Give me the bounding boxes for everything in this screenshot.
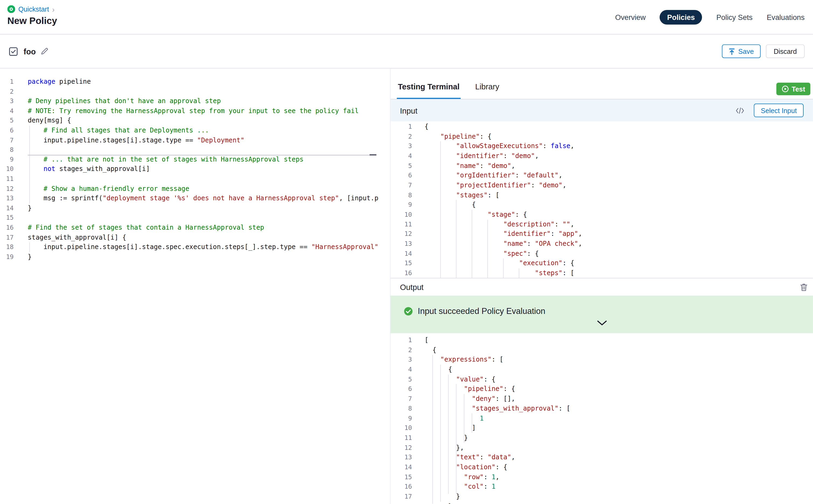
code-line-text: { (412, 345, 437, 355)
code-line[interactable]: 12 "identifier": "app", (390, 229, 813, 239)
code-line-text: }, (412, 443, 464, 453)
chevron-down-icon[interactable] (597, 320, 607, 326)
code-line[interactable]: 2 (0, 87, 390, 96)
code-line[interactable]: 16# Find the set of stages that contain … (0, 223, 390, 233)
breadcrumb-quickstart-link[interactable]: Quickstart (18, 5, 49, 13)
code-line[interactable]: 15 (0, 213, 390, 223)
code-line-text: # ... that are not in the set of stages … (14, 155, 303, 165)
code-line[interactable]: 9 # ... that are not in the set of stage… (0, 155, 390, 165)
code-line[interactable]: 17 } (390, 492, 813, 502)
code-line[interactable]: 18 input.pipeline.stages[i].stage.spec.e… (0, 242, 390, 252)
nav-item-policies[interactable]: Policies (660, 10, 702, 25)
code-line[interactable]: 2 "pipeline": { (390, 132, 813, 141)
code-line[interactable]: 17stages_with_approval[i] { (0, 233, 390, 242)
input-json-editor[interactable]: 1{2 "pipeline": {3 "allowStageExecutions… (390, 121, 813, 278)
trash-icon[interactable] (800, 283, 808, 291)
code-line-text: "steps": [ (412, 268, 574, 278)
policy-name: foo (23, 47, 36, 56)
code-line-text: "pipeline": { (412, 132, 491, 141)
code-line[interactable]: 14} (0, 203, 390, 213)
code-line[interactable]: 15 "execution": { (390, 259, 813, 268)
code-brackets-icon[interactable] (736, 107, 745, 114)
code-line[interactable]: 6 "pipeline": { (390, 384, 813, 394)
code-line[interactable]: 4# NOTE: Try removing the HarnessApprova… (0, 106, 390, 116)
select-input-button[interactable]: Select Input (754, 104, 804, 117)
save-button[interactable]: Save (722, 44, 760, 58)
line-number: 1 (390, 335, 412, 345)
discard-button[interactable]: Discard (766, 44, 805, 58)
policy-code[interactable]: 1package pipeline23# Deny pipelines that… (0, 69, 390, 262)
code-line[interactable]: 1package pipeline (0, 77, 390, 87)
play-circle-icon (782, 85, 789, 93)
code-line[interactable]: 6 # Find all stages that are Deployments… (0, 125, 390, 135)
code-line[interactable]: 15 "row": 1, (390, 472, 813, 482)
code-line[interactable]: 14 "location": { (390, 463, 813, 472)
code-line[interactable]: 5 "value": { (390, 375, 813, 384)
code-line-text: { (412, 122, 428, 132)
output-json-viewer[interactable]: 1[2 {3 "expressions": [4 {5 "value": {6 … (390, 333, 813, 504)
code-line-text: "location": { (412, 463, 507, 472)
code-line[interactable]: 10 not stages_with_approval[i] (0, 165, 390, 174)
code-line[interactable]: 6 "orgIdentifier": "default", (390, 171, 813, 180)
code-line[interactable]: 13 msg := sprintf("deployment stage '%s'… (0, 194, 390, 203)
code-line[interactable]: 5deny[msg] { (0, 116, 390, 125)
code-line[interactable]: 12 }, (390, 443, 813, 453)
code-line-text: "deny": [], (412, 394, 515, 404)
code-line[interactable]: 3 "allowStageExecutions": false, (390, 141, 813, 151)
code-line[interactable]: 7 "deny": [], (390, 394, 813, 404)
code-line[interactable]: 13 "text": "data", (390, 453, 813, 462)
code-line[interactable]: 4 "identifier": "demo", (390, 151, 813, 161)
line-number: 16 (390, 482, 412, 492)
code-line[interactable]: 13 "name": "OPA check", (390, 239, 813, 249)
code-line[interactable]: 12 # Show a human-friendly error message (0, 184, 390, 194)
tab-library[interactable]: Library (474, 82, 500, 99)
code-line[interactable]: 11 "description": "", (390, 220, 813, 229)
line-number: 13 (0, 194, 14, 203)
code-line[interactable]: 8 "stages_with_approval": [ (390, 404, 813, 414)
fold-region-handle[interactable] (369, 154, 376, 155)
code-line[interactable]: 7 "projectIdentifier": "demo", (390, 180, 813, 190)
nav-item-policy-sets[interactable]: Policy Sets (716, 13, 753, 22)
code-line-text: "stage": { (412, 210, 527, 219)
banner-message: Input succeeded Policy Evaluation (418, 307, 546, 316)
code-line[interactable]: 19} (0, 252, 390, 262)
code-line[interactable]: 1{ (390, 122, 813, 132)
code-line[interactable]: 1[ (390, 335, 813, 345)
code-line[interactable]: 11 } (390, 433, 813, 443)
input-label: Input (400, 106, 418, 115)
code-line[interactable]: 11 (0, 174, 390, 184)
code-line-text: { (412, 200, 476, 210)
code-line[interactable]: 5 "name": "demo", (390, 161, 813, 171)
tab-testing-terminal[interactable]: Testing Terminal (397, 82, 461, 99)
code-line[interactable]: 4 { (390, 365, 813, 375)
code-line-text: "identifier": "demo", (412, 151, 539, 161)
code-line[interactable]: 2 { (390, 345, 813, 355)
code-line[interactable]: 16 "col": 1 (390, 482, 813, 492)
breadcrumb: Quickstart › (7, 5, 57, 13)
code-line[interactable]: 10 "stage": { (390, 210, 813, 219)
code-line-text: "projectIdentifier": "demo", (412, 180, 566, 190)
code-line[interactable]: 3 "expressions": [ (390, 355, 813, 365)
policy-code-editor[interactable]: 1package pipeline23# Deny pipelines that… (0, 69, 390, 504)
code-line[interactable]: 16 "steps": [ (390, 268, 813, 278)
edit-pencil-icon[interactable] (41, 48, 48, 55)
input-json-code[interactable]: 1{2 "pipeline": {3 "allowStageExecutions… (390, 122, 813, 278)
harness-logo-icon[interactable] (7, 5, 15, 13)
code-line[interactable]: 18 } (390, 502, 813, 504)
code-line[interactable]: 8 (0, 145, 390, 155)
line-number: 18 (390, 502, 412, 504)
code-line-text: "identifier": "app", (412, 229, 582, 239)
code-line[interactable]: 9 1 (390, 414, 813, 423)
nav-item-overview[interactable]: Overview (615, 13, 646, 22)
nav-item-evaluations[interactable]: Evaluations (767, 13, 805, 22)
code-line[interactable]: 3# Deny pipelines that don't have an app… (0, 96, 390, 106)
test-button[interactable]: Test (776, 83, 810, 95)
code-line-text: "description": "", (412, 220, 574, 229)
code-line[interactable]: 14 "spec": { (390, 249, 813, 258)
code-line-text: # NOTE: Try removing the HarnessApproval… (14, 106, 359, 116)
code-line[interactable]: 8 "stages": [ (390, 190, 813, 200)
code-line[interactable]: 7 input.pipeline.stages[i].stage.type ==… (0, 135, 390, 145)
output-json-code[interactable]: 1[2 {3 "expressions": [4 {5 "value": {6 … (390, 335, 813, 504)
code-line[interactable]: 10 ] (390, 423, 813, 433)
code-line[interactable]: 9 { (390, 200, 813, 210)
